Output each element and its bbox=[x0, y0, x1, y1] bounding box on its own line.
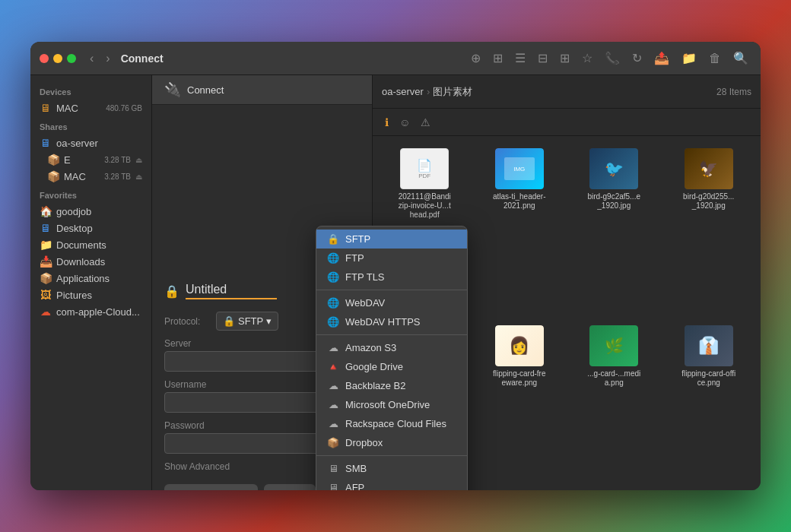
dropdown-item-afp[interactable]: 🖥 AFP bbox=[316, 478, 467, 490]
list-view-button[interactable]: ☰ bbox=[512, 48, 529, 68]
dropdown-item-google-drive[interactable]: 🔺 Google Drive bbox=[316, 357, 467, 376]
dropdown-item-ftp[interactable]: 🌐 FTP bbox=[316, 249, 467, 268]
sidebar-goodjob-label: goodjob bbox=[56, 206, 142, 217]
dropdown-item-amazon-s3[interactable]: ☁ Amazon S3 bbox=[316, 338, 467, 357]
e-eject-icon[interactable]: ⏏ bbox=[135, 156, 142, 164]
sidebar-applications-label: Applications bbox=[56, 273, 142, 284]
sidebar-item-e-drive[interactable]: 📦 E 3.28 TB ⏏ bbox=[30, 151, 151, 168]
afp-icon: 🖥 bbox=[327, 482, 339, 490]
smb-icon: 🖥 bbox=[327, 463, 339, 474]
dropdown-item-backblaze[interactable]: ☁ Backblaze B2 bbox=[316, 376, 467, 395]
file-thumb-bird1: 🐦 bbox=[589, 148, 638, 189]
mac-icon: 🖥 bbox=[40, 102, 52, 114]
icon-view-button[interactable]: ⊞ bbox=[490, 48, 506, 68]
dropdown-divider-2 bbox=[316, 334, 467, 335]
oa-server-icon: 🖥 bbox=[40, 137, 52, 149]
breadcrumb: oa-server › 图片素材 bbox=[382, 85, 712, 99]
column-view-button[interactable]: ⊟ bbox=[535, 48, 551, 68]
delete-button[interactable]: 🗑 bbox=[706, 49, 724, 68]
sidebar-e-drive-label: E bbox=[64, 154, 100, 166]
sidebar-oa-server-label: oa-server bbox=[56, 138, 142, 149]
file-item-flipping-media[interactable]: 🌿 ...g-card-...media.png bbox=[568, 319, 660, 484]
search-button[interactable]: 🔍 bbox=[730, 48, 751, 68]
pictures-icon: 🖼 bbox=[40, 289, 52, 301]
dropdown-label-sftp: SFTP bbox=[345, 233, 370, 245]
dropdown-item-dropbox[interactable]: 📦 Dropbox bbox=[316, 433, 467, 452]
sidebar-item-pictures[interactable]: 🖼 Pictures bbox=[30, 287, 151, 303]
sidebar-item-downloads[interactable]: 📥 Downloads bbox=[30, 253, 151, 270]
dropdown-label-google-drive: Google Drive bbox=[345, 361, 403, 372]
sidebar-item-documents[interactable]: 📁 Documents bbox=[30, 236, 151, 253]
items-count: 28 Items bbox=[716, 87, 751, 97]
dropdown-item-smb[interactable]: 🖥 SMB bbox=[316, 459, 467, 478]
dropdown-item-webdav[interactable]: 🌐 WebDAV bbox=[316, 293, 467, 312]
ftp-icon: 🌐 bbox=[327, 252, 339, 264]
titlebar-actions: ⊕ ⊞ ☰ ⊟ ⊞ ☆ 📞 ↻ 📤 📁 🗑 🔍 bbox=[468, 48, 751, 68]
maximize-button[interactable] bbox=[67, 54, 76, 63]
folder-button[interactable]: 📁 bbox=[678, 48, 700, 68]
reload-button[interactable]: ↻ bbox=[629, 48, 645, 68]
info-icon-button[interactable]: ℹ bbox=[382, 115, 392, 130]
sidebar-item-desktop[interactable]: 🖥 Desktop bbox=[30, 220, 151, 236]
grid-view-button[interactable]: ⊞ bbox=[557, 48, 573, 68]
warning-icon-button[interactable]: ⚠ bbox=[418, 115, 434, 130]
dropdown-item-ftp-tls[interactable]: 🌐 FTP TLS bbox=[316, 268, 467, 287]
cancel-button[interactable]: Cancel bbox=[264, 484, 316, 490]
favorites-section-label: Favorites bbox=[30, 185, 151, 203]
goodjob-icon: 🏠 bbox=[40, 205, 52, 217]
sidebar-item-oa-server[interactable]: 🖥 oa-server bbox=[30, 135, 151, 151]
connect-item-icon: 🔌 bbox=[164, 81, 181, 98]
file-item-flipping-office[interactable]: 👔 flipping-card-office.png bbox=[663, 319, 755, 484]
desktop-icon: 🖥 bbox=[40, 222, 52, 234]
smiley-icon-button[interactable]: ☺ bbox=[396, 115, 413, 130]
phone-button[interactable]: 📞 bbox=[602, 48, 623, 68]
documents-icon: 📁 bbox=[40, 239, 52, 251]
sidebar-e-drive-badge: 3.28 TB bbox=[104, 156, 131, 164]
sidebar-item-cloud[interactable]: ☁ com-apple-Cloud... bbox=[30, 303, 151, 320]
onedrive-icon: ☁ bbox=[327, 399, 339, 410]
backblaze-icon: ☁ bbox=[327, 380, 339, 391]
sidebar-item-mac-share[interactable]: 📦 MAC 3.28 TB ⏏ bbox=[30, 168, 151, 185]
close-button[interactable] bbox=[40, 54, 49, 63]
add-connection-button[interactable]: ⊕ bbox=[468, 48, 484, 68]
content-area: Devices 🖥 MAC 480.76 GB Shares 🖥 oa-serv… bbox=[30, 75, 761, 490]
file-item-bird2[interactable]: 🦅 bird-g20d255..._1920.jpg bbox=[663, 142, 755, 316]
file-name-pdf: 202111@Bandizip-invoice-U...thead.pdf bbox=[397, 192, 452, 220]
sidebar-downloads-label: Downloads bbox=[56, 256, 142, 268]
file-item-atlas[interactable]: IMG atlas-ti_header-2021.png bbox=[474, 142, 566, 316]
dropdown-item-sftp[interactable]: 🔒 SFTP bbox=[316, 230, 467, 249]
breadcrumb-server: oa-server bbox=[382, 86, 424, 97]
forward-button[interactable]: › bbox=[101, 50, 114, 67]
file-name-flipping-fw: flipping-card-freeware.png bbox=[492, 369, 547, 388]
file-thumb-bird2: 🦅 bbox=[685, 148, 733, 189]
file-name-bird2: bird-g20d255..._1920.jpg bbox=[681, 192, 736, 211]
add-to-favorites-button[interactable]: Add to Favorites bbox=[164, 484, 258, 490]
dropdown-item-onedrive[interactable]: ☁ Microsoft OneDrive bbox=[316, 395, 467, 414]
sidebar-item-mac[interactable]: 🖥 MAC 480.76 GB bbox=[30, 100, 151, 116]
dropdown-label-smb: SMB bbox=[345, 463, 367, 474]
share-button[interactable]: 📤 bbox=[651, 48, 672, 68]
sidebar-item-applications[interactable]: 📦 Applications bbox=[30, 270, 151, 287]
protocol-select[interactable]: 🔒 SFTP ▾ bbox=[216, 312, 278, 331]
nav-buttons: ‹ › bbox=[85, 50, 115, 67]
form-title[interactable]: Untitled bbox=[186, 283, 277, 299]
back-button[interactable]: ‹ bbox=[85, 50, 98, 67]
sidebar-cloud-label: com-apple-Cloud... bbox=[56, 306, 142, 318]
file-item-flipping-fw[interactable]: 👩 flipping-card-freeware.png bbox=[474, 319, 566, 484]
amazon-s3-icon: ☁ bbox=[327, 342, 339, 353]
connection-item-connect[interactable]: 🔌 Connect bbox=[152, 75, 372, 105]
minimize-button[interactable] bbox=[53, 54, 62, 63]
mac-eject-icon[interactable]: ⏏ bbox=[135, 173, 142, 181]
dropdown-item-webdav-https[interactable]: 🌐 WebDAV HTTPS bbox=[316, 312, 467, 331]
webdav-icon: 🌐 bbox=[327, 297, 339, 309]
file-item-bird1[interactable]: 🐦 bird-g9c2af5...e_1920.jpg bbox=[568, 142, 660, 316]
dropdown-item-rackspace[interactable]: ☁ Rackspace Cloud Files bbox=[316, 414, 467, 433]
protocol-chevron-icon: ▾ bbox=[266, 315, 272, 327]
devices-section-label: Devices bbox=[30, 81, 151, 100]
sftp-icon: 🔒 bbox=[327, 233, 339, 245]
breadcrumb-separator: › bbox=[427, 86, 430, 97]
bookmark-button[interactable]: ☆ bbox=[579, 48, 596, 68]
file-name-flipping-office: flipping-card-office.png bbox=[681, 369, 736, 388]
sidebar-desktop-label: Desktop bbox=[56, 223, 142, 234]
sidebar-item-goodjob[interactable]: 🏠 goodjob bbox=[30, 203, 151, 220]
